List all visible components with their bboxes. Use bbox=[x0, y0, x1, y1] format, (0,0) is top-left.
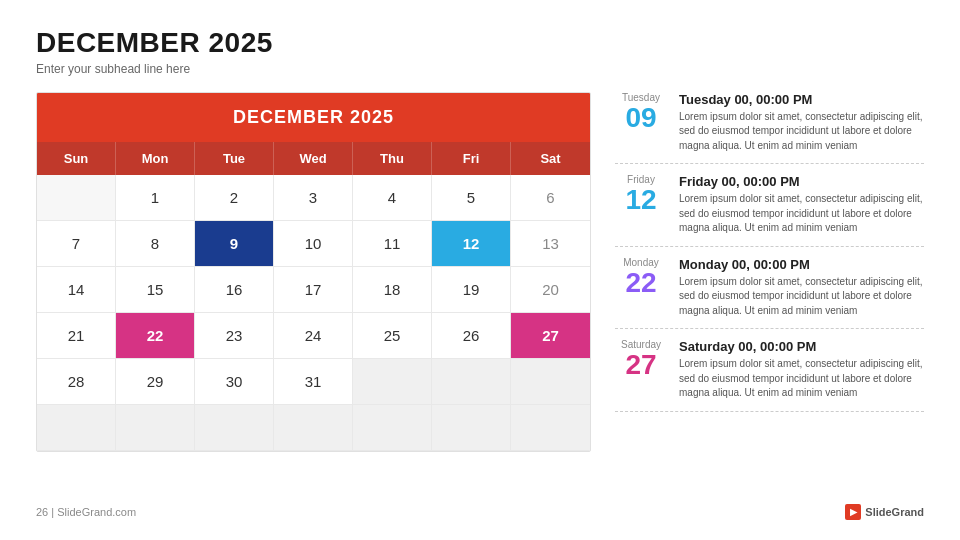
footer: 26 | SlideGrand.com ▶ SlideGrand bbox=[36, 504, 924, 520]
calendar-cell: 19 bbox=[432, 267, 511, 313]
calendar-cell: 31 bbox=[274, 359, 353, 405]
footer-site: | SlideGrand.com bbox=[51, 506, 136, 518]
event-item: Tuesday 09 Tuesday 00, 00:00 PM Lorem ip… bbox=[615, 92, 924, 165]
page: DECEMBER 2025 Enter your subhead line he… bbox=[0, 0, 960, 540]
calendar: DECEMBER 2025 Sun Mon Tue Wed Thu Fri Sa… bbox=[36, 92, 591, 452]
calendar-cell bbox=[195, 405, 274, 451]
brand-icon: ▶ bbox=[845, 504, 861, 520]
calendar-cell bbox=[432, 405, 511, 451]
main-content: DECEMBER 2025 Sun Mon Tue Wed Thu Fri Sa… bbox=[36, 92, 924, 494]
event-title: Saturday 00, 00:00 PM bbox=[679, 339, 924, 354]
calendar-cell: 9 bbox=[195, 221, 274, 267]
page-subtitle: Enter your subhead line here bbox=[36, 62, 924, 76]
event-day-num: 22 bbox=[625, 269, 656, 297]
calendar-cell: 16 bbox=[195, 267, 274, 313]
day-header-mon: Mon bbox=[116, 142, 195, 175]
calendar-days-header: Sun Mon Tue Wed Thu Fri Sat bbox=[37, 142, 590, 175]
event-day-num: 12 bbox=[625, 186, 656, 214]
calendar-cell bbox=[37, 405, 116, 451]
calendar-cell: 23 bbox=[195, 313, 274, 359]
event-details: Monday 00, 00:00 PM Lorem ipsum dolor si… bbox=[679, 257, 924, 319]
calendar-cell bbox=[274, 405, 353, 451]
calendar-cell bbox=[37, 175, 116, 221]
calendar-cell: 24 bbox=[274, 313, 353, 359]
footer-brand: ▶ SlideGrand bbox=[845, 504, 924, 520]
calendar-cell: 1 bbox=[116, 175, 195, 221]
event-title: Tuesday 00, 00:00 PM bbox=[679, 92, 924, 107]
calendar-cell: 8 bbox=[116, 221, 195, 267]
day-header-wed: Wed bbox=[274, 142, 353, 175]
calendar-cell: 14 bbox=[37, 267, 116, 313]
calendar-cell: 10 bbox=[274, 221, 353, 267]
event-day-num: 27 bbox=[625, 351, 656, 379]
event-details: Tuesday 00, 00:00 PM Lorem ipsum dolor s… bbox=[679, 92, 924, 154]
event-item: Monday 22 Monday 00, 00:00 PM Lorem ipsu… bbox=[615, 247, 924, 330]
event-date-col: Tuesday 09 bbox=[615, 92, 667, 132]
footer-page: 26 | SlideGrand.com bbox=[36, 506, 136, 518]
calendar-cell bbox=[353, 405, 432, 451]
calendar-cell: 7 bbox=[37, 221, 116, 267]
calendar-cell: 26 bbox=[432, 313, 511, 359]
calendar-cell: 5 bbox=[432, 175, 511, 221]
calendar-cell: 13 bbox=[511, 221, 590, 267]
event-date-col: Friday 12 bbox=[615, 174, 667, 214]
event-desc: Lorem ipsum dolor sit amet, consectetur … bbox=[679, 110, 924, 154]
page-number: 26 bbox=[36, 506, 48, 518]
calendar-cell bbox=[511, 359, 590, 405]
event-title: Friday 00, 00:00 PM bbox=[679, 174, 924, 189]
event-details: Saturday 00, 00:00 PM Lorem ipsum dolor … bbox=[679, 339, 924, 401]
calendar-cell: 11 bbox=[353, 221, 432, 267]
calendar-cell: 15 bbox=[116, 267, 195, 313]
event-date-col: Monday 22 bbox=[615, 257, 667, 297]
calendar-cell: 28 bbox=[37, 359, 116, 405]
events-section: Tuesday 09 Tuesday 00, 00:00 PM Lorem ip… bbox=[615, 92, 924, 494]
calendar-cell: 3 bbox=[274, 175, 353, 221]
event-desc: Lorem ipsum dolor sit amet, consectetur … bbox=[679, 357, 924, 401]
calendar-cell: 25 bbox=[353, 313, 432, 359]
event-item: Saturday 27 Saturday 00, 00:00 PM Lorem … bbox=[615, 329, 924, 412]
calendar-cell: 17 bbox=[274, 267, 353, 313]
calendar-cell: 27 bbox=[511, 313, 590, 359]
calendar-cell: 4 bbox=[353, 175, 432, 221]
day-header-tue: Tue bbox=[195, 142, 274, 175]
calendar-cell bbox=[353, 359, 432, 405]
day-header-fri: Fri bbox=[432, 142, 511, 175]
calendar-body: 1234567891011121314151617181920212223242… bbox=[37, 175, 590, 451]
day-header-sat: Sat bbox=[511, 142, 590, 175]
event-desc: Lorem ipsum dolor sit amet, consectetur … bbox=[679, 275, 924, 319]
calendar-month-header: DECEMBER 2025 bbox=[37, 93, 590, 142]
day-header-thu: Thu bbox=[353, 142, 432, 175]
page-title: DECEMBER 2025 bbox=[36, 28, 924, 59]
calendar-cell bbox=[511, 405, 590, 451]
day-header-sun: Sun bbox=[37, 142, 116, 175]
calendar-cell: 22 bbox=[116, 313, 195, 359]
calendar-cell: 12 bbox=[432, 221, 511, 267]
calendar-cell: 21 bbox=[37, 313, 116, 359]
calendar-cell: 2 bbox=[195, 175, 274, 221]
calendar-section: DECEMBER 2025 Sun Mon Tue Wed Thu Fri Sa… bbox=[36, 92, 591, 494]
event-title: Monday 00, 00:00 PM bbox=[679, 257, 924, 272]
event-day-num: 09 bbox=[625, 104, 656, 132]
event-desc: Lorem ipsum dolor sit amet, consectetur … bbox=[679, 192, 924, 236]
event-item: Friday 12 Friday 00, 00:00 PM Lorem ipsu… bbox=[615, 164, 924, 247]
calendar-cell: 29 bbox=[116, 359, 195, 405]
brand-name: SlideGrand bbox=[865, 506, 924, 518]
calendar-cell: 18 bbox=[353, 267, 432, 313]
calendar-cell bbox=[432, 359, 511, 405]
event-date-col: Saturday 27 bbox=[615, 339, 667, 379]
calendar-cell: 6 bbox=[511, 175, 590, 221]
calendar-cell: 30 bbox=[195, 359, 274, 405]
calendar-cell bbox=[116, 405, 195, 451]
event-details: Friday 00, 00:00 PM Lorem ipsum dolor si… bbox=[679, 174, 924, 236]
calendar-cell: 20 bbox=[511, 267, 590, 313]
